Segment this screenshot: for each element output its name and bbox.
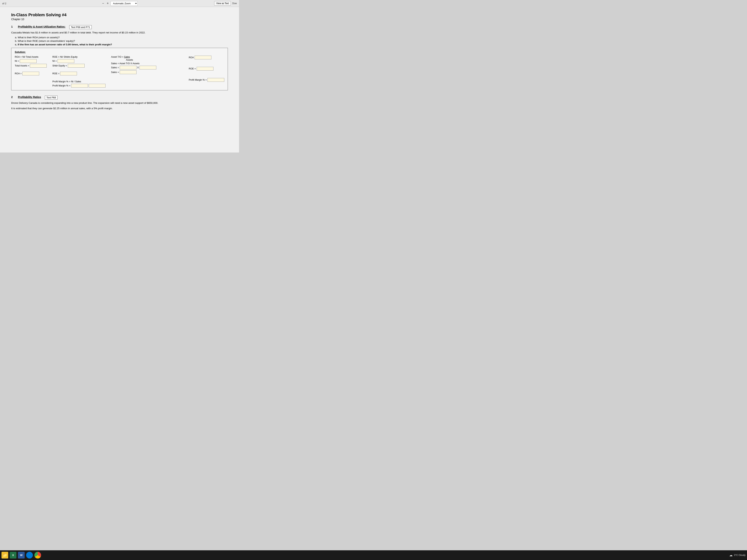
sales-input1[interactable]: [120, 66, 136, 70]
roa-assets-label: Total Assets =: [15, 64, 29, 67]
sales-input3[interactable]: [120, 70, 136, 74]
problem-1-header: 1 Profitability & Asset Utilization Rati…: [11, 25, 228, 29]
roa-result-row: ROA =: [15, 72, 47, 75]
asset-to-title: Asset T/O = Sales: [111, 56, 130, 58]
pm-title1-row: Profit Margin % = NI / Sales: [52, 80, 105, 83]
problem-1-sub-b: b. What is their ROE (return on sharehol…: [15, 39, 228, 43]
pm-summary-row: Profit Margin % =: [189, 78, 224, 82]
pm-input1[interactable]: [71, 84, 88, 87]
problem-1-sub-a: a. What is their ROA (return on assets)?: [15, 36, 228, 39]
zoom-in-button[interactable]: +: [106, 1, 110, 5]
sales-input2[interactable]: [139, 66, 156, 70]
solution-box: Solution: ROA = NI/ Total Assets NI = To…: [11, 48, 228, 90]
problem-2-badge: Text P68: [45, 96, 58, 100]
roe-ni-row: NI =: [52, 59, 105, 63]
solution-label: Solution:: [15, 51, 224, 53]
download-button[interactable]: Dow: [232, 2, 237, 5]
pm-label: Profit Margin % =: [52, 84, 70, 87]
roa-summary-row: ROA: [189, 56, 224, 59]
roe-shldr-label: Shldr Equity =: [52, 64, 67, 67]
asset-to-assets-row: Assets: [111, 59, 133, 61]
problem-2-body: Drone Delivery Canada is considering exp…: [11, 101, 228, 105]
roa-assets-row: Total Assets =: [15, 64, 47, 68]
roa-result-label: ROA =: [15, 72, 22, 75]
problem-2-number: 2: [11, 96, 14, 99]
roe-shldr-row: Shldr Equity =: [52, 64, 105, 68]
asset-to-title-row: Asset T/O = Sales: [111, 56, 130, 58]
problem-1-body: Cascadia Metals has $1.6 million in asse…: [11, 31, 228, 35]
roa-ni-label: NI =: [15, 60, 19, 62]
pm-summary-input[interactable]: [207, 78, 224, 82]
asset-to-assets-label: Assets: [126, 59, 133, 61]
toolbar-right: View as Text Dow: [214, 1, 237, 6]
roe-result-input[interactable]: [60, 72, 77, 75]
roe-summary-row: ROE =: [189, 67, 224, 71]
sales-eq1-text: Sales = Asset T/O X Assets: [111, 62, 139, 65]
roe-ni-label: NI =: [52, 60, 57, 62]
roe-formula-title: ROE = NI/ Shldrs Equity: [52, 56, 105, 58]
roe-title-text: ROE = NI/ Shldrs Equity: [52, 56, 77, 58]
pm-row: Profit Margin % =: [52, 84, 105, 87]
sales-eq2-label: Sales =: [111, 66, 119, 69]
sales-eq3-row: Sales =: [111, 70, 156, 74]
zoom-controls: − + Automatic Zoom 50% 75% 100% 150%: [101, 1, 138, 6]
roa-summary-label: ROA: [189, 56, 194, 59]
problem-2-title: Profitability Ratios: [18, 96, 41, 99]
problem-1-sub-c: c. If the firm has an asset turnover rat…: [15, 43, 228, 46]
pm-input2[interactable]: [89, 84, 105, 87]
sales-eq3-label: Sales =: [111, 71, 119, 74]
roa-result-input[interactable]: [22, 72, 39, 75]
problem-2-body2: It is estimated that they can generate $…: [11, 106, 228, 111]
summary-block: ROA ROE = Profit Margin % =: [189, 56, 224, 82]
roe-block: ROE = NI/ Shldrs Equity NI = Shldr Equit…: [52, 56, 105, 87]
zoom-select[interactable]: Automatic Zoom 50% 75% 100% 150%: [110, 1, 138, 6]
roe-summary-input[interactable]: [197, 67, 213, 71]
roa-ni-input[interactable]: [20, 59, 36, 63]
roe-ni-input[interactable]: [57, 59, 74, 63]
roe-result-label: ROE =: [52, 72, 59, 75]
roa-block: ROA = NI/ Total Assets NI = Total Assets…: [15, 56, 47, 75]
sales-eq1-row: Sales = Asset T/O X Assets: [111, 62, 156, 65]
document-subtitle: Chapter 10: [11, 18, 228, 21]
asset-to-block: Asset T/O = Sales Assets Sales = Asset T…: [111, 56, 156, 74]
problem-1-badge: Text P68 and P71: [69, 25, 92, 29]
roa-assets-input[interactable]: [30, 64, 47, 68]
roa-ni-row: NI =: [15, 59, 47, 63]
roe-summary-label: ROE =: [189, 68, 196, 70]
roa-formula-title: ROA = NI/ Total Assets: [15, 56, 47, 58]
pm-title1-text: Profit Margin % = NI / Sales: [52, 80, 81, 83]
document-title: In-Class Problem Solving #4: [11, 12, 228, 17]
problem-2-header: 2 Profitability Ratios Text P68: [11, 96, 228, 100]
toolbar: of 2 − + Automatic Zoom 50% 75% 100% 150…: [0, 0, 239, 7]
problem-1-number: 1: [11, 25, 14, 28]
roa-title-text: ROA = NI/ Total Assets: [15, 56, 38, 58]
main-content: In-Class Problem Solving #4 Chapter 10 1…: [0, 7, 239, 153]
sales-x-label: X: [137, 66, 139, 69]
problem-2: 2 Profitability Ratios Text P68 Drone De…: [11, 96, 228, 111]
zoom-out-button[interactable]: −: [101, 1, 105, 5]
roa-summary-input[interactable]: [195, 56, 211, 59]
problem-1-title: Profitability & Asset Utilization Ratios…: [18, 25, 66, 28]
pm-summary-label: Profit Margin % =: [189, 79, 207, 81]
sales-eq2-row: Sales = X: [111, 66, 156, 70]
roe-shldr-input[interactable]: [68, 64, 85, 68]
page-info: of 2: [2, 2, 6, 5]
view-as-text-button[interactable]: View as Text: [214, 1, 231, 6]
roe-result-row: ROE =: [52, 72, 105, 75]
problem-1: 1 Profitability & Asset Utilization Rati…: [11, 25, 228, 90]
